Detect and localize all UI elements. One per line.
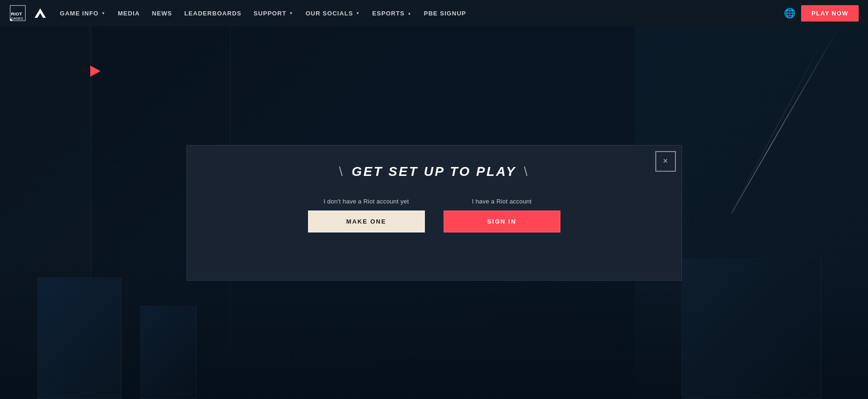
globe-icon[interactable]: 🌐: [784, 7, 796, 19]
modal-actions: I don't have a Riot account yet MAKE ONE…: [308, 198, 560, 232]
nav-label-leaderboards: LEADERBOARDS: [184, 10, 241, 17]
modal-dialog: × \ GET SET UP TO PLAY \ I don't have a …: [187, 145, 682, 281]
socials-chevron-icon: ▼: [356, 11, 360, 15]
has-account-label: I have a Riot account: [472, 198, 532, 205]
modal-title: \ GET SET UP TO PLAY \: [339, 164, 529, 179]
nav-label-our-socials: OUR SOCIALS: [306, 10, 353, 17]
svg-text:GAMES: GAMES: [11, 16, 23, 21]
nav-item-game-info[interactable]: GAME INFO ▼: [54, 0, 111, 26]
modal-title-text: GET SET UP TO PLAY: [352, 164, 516, 179]
nav-item-support[interactable]: SUPPORT ▼: [248, 0, 299, 26]
modal-close-button[interactable]: ×: [655, 151, 676, 172]
nav-right: 🌐 PLAY NOW: [784, 5, 859, 22]
nav-label-media: MEDIA: [118, 10, 140, 17]
svg-marker-4: [35, 8, 46, 18]
nav-item-media[interactable]: MEDIA: [112, 0, 145, 26]
play-now-button[interactable]: PLAY NOW: [801, 5, 859, 22]
no-account-label: I don't have a Riot account yet: [323, 198, 409, 205]
nav-item-leaderboards[interactable]: LEADERBOARDS: [179, 0, 247, 26]
title-slash-right: \: [524, 164, 529, 179]
navbar: RIOT GAMES GAME INFO ▼ MEDIA NEWS LEADER…: [0, 0, 868, 26]
has-account-group: I have a Riot account SIGN IN: [444, 198, 560, 232]
nav-label-pbe-signup: PBE SIGNUP: [424, 10, 466, 17]
make-one-button[interactable]: MAKE ONE: [308, 210, 425, 232]
nav-item-esports[interactable]: ESPORTS ▲: [366, 0, 417, 26]
no-account-group: I don't have a Riot account yet MAKE ONE: [308, 198, 425, 232]
title-slash-left: \: [339, 164, 344, 179]
riot-games-logo[interactable]: RIOT GAMES: [9, 5, 26, 22]
nav-label-game-info: GAME INFO: [60, 10, 99, 17]
nav-label-news: NEWS: [152, 10, 172, 17]
svg-text:RIOT: RIOT: [11, 11, 22, 16]
nav-item-our-socials[interactable]: OUR SOCIALS ▼: [300, 0, 366, 26]
modal-overlay: × \ GET SET UP TO PLAY \ I don't have a …: [0, 26, 868, 399]
chevron-down-icon: ▼: [101, 11, 106, 15]
sign-in-button[interactable]: SIGN IN: [444, 210, 560, 232]
nav-item-pbe-signup[interactable]: PBE SIGNUP: [418, 0, 472, 26]
esports-chevron-icon: ▲: [408, 11, 412, 15]
nav-logo[interactable]: RIOT GAMES: [9, 5, 47, 22]
nav-items: GAME INFO ▼ MEDIA NEWS LEADERBOARDS SUPP…: [54, 0, 784, 26]
valorant-logo: [34, 7, 47, 20]
nav-item-news[interactable]: NEWS: [146, 0, 178, 26]
nav-label-esports: ESPORTS: [372, 10, 404, 17]
nav-label-support: SUPPORT: [254, 10, 287, 17]
support-chevron-icon: ▼: [289, 11, 294, 15]
